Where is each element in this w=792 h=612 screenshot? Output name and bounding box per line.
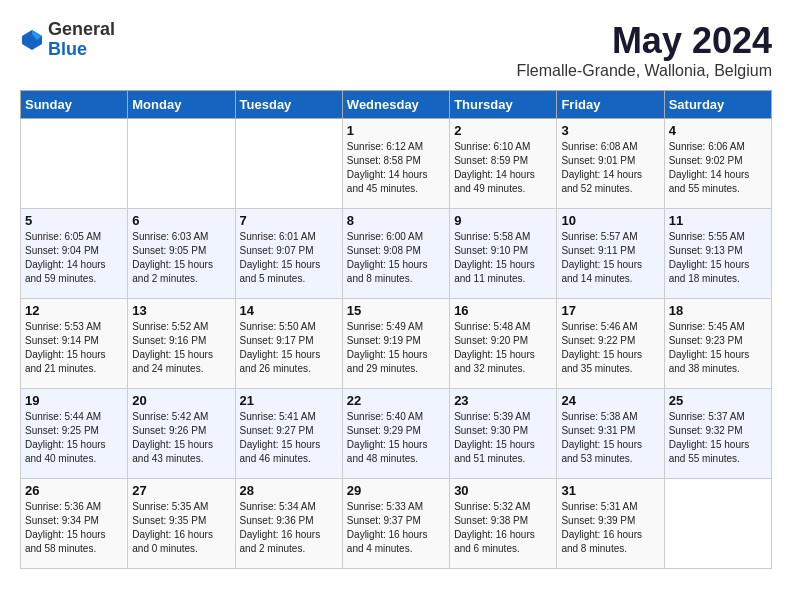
day-info: Sunrise: 6:08 AM Sunset: 9:01 PM Dayligh… (561, 140, 659, 196)
day-info: Sunrise: 5:52 AM Sunset: 9:16 PM Dayligh… (132, 320, 230, 376)
day-info: Sunrise: 5:53 AM Sunset: 9:14 PM Dayligh… (25, 320, 123, 376)
day-number: 29 (347, 483, 445, 498)
calendar-cell: 6Sunrise: 6:03 AM Sunset: 9:05 PM Daylig… (128, 209, 235, 299)
calendar-cell: 13Sunrise: 5:52 AM Sunset: 9:16 PM Dayli… (128, 299, 235, 389)
calendar-week-row: 12Sunrise: 5:53 AM Sunset: 9:14 PM Dayli… (21, 299, 772, 389)
day-info: Sunrise: 5:35 AM Sunset: 9:35 PM Dayligh… (132, 500, 230, 556)
day-info: Sunrise: 5:37 AM Sunset: 9:32 PM Dayligh… (669, 410, 767, 466)
calendar-cell: 16Sunrise: 5:48 AM Sunset: 9:20 PM Dayli… (450, 299, 557, 389)
month-year-title: May 2024 (516, 20, 772, 62)
calendar-cell (664, 479, 771, 569)
calendar-cell: 8Sunrise: 6:00 AM Sunset: 9:08 PM Daylig… (342, 209, 449, 299)
day-number: 8 (347, 213, 445, 228)
calendar-week-row: 19Sunrise: 5:44 AM Sunset: 9:25 PM Dayli… (21, 389, 772, 479)
calendar-cell: 31Sunrise: 5:31 AM Sunset: 9:39 PM Dayli… (557, 479, 664, 569)
day-info: Sunrise: 6:10 AM Sunset: 8:59 PM Dayligh… (454, 140, 552, 196)
logo-icon (20, 28, 44, 52)
day-info: Sunrise: 5:38 AM Sunset: 9:31 PM Dayligh… (561, 410, 659, 466)
day-info: Sunrise: 6:12 AM Sunset: 8:58 PM Dayligh… (347, 140, 445, 196)
day-number: 28 (240, 483, 338, 498)
day-number: 5 (25, 213, 123, 228)
weekday-header-friday: Friday (557, 91, 664, 119)
day-number: 24 (561, 393, 659, 408)
calendar-cell: 10Sunrise: 5:57 AM Sunset: 9:11 PM Dayli… (557, 209, 664, 299)
day-number: 17 (561, 303, 659, 318)
calendar-cell: 21Sunrise: 5:41 AM Sunset: 9:27 PM Dayli… (235, 389, 342, 479)
day-info: Sunrise: 5:33 AM Sunset: 9:37 PM Dayligh… (347, 500, 445, 556)
calendar-cell: 18Sunrise: 5:45 AM Sunset: 9:23 PM Dayli… (664, 299, 771, 389)
day-number: 11 (669, 213, 767, 228)
page-header: General Blue May 2024 Flemalle-Grande, W… (20, 20, 772, 80)
calendar-cell: 5Sunrise: 6:05 AM Sunset: 9:04 PM Daylig… (21, 209, 128, 299)
day-info: Sunrise: 5:57 AM Sunset: 9:11 PM Dayligh… (561, 230, 659, 286)
day-info: Sunrise: 5:45 AM Sunset: 9:23 PM Dayligh… (669, 320, 767, 376)
weekday-header-thursday: Thursday (450, 91, 557, 119)
calendar-week-row: 1Sunrise: 6:12 AM Sunset: 8:58 PM Daylig… (21, 119, 772, 209)
day-info: Sunrise: 5:46 AM Sunset: 9:22 PM Dayligh… (561, 320, 659, 376)
logo-general: General (48, 20, 115, 40)
day-number: 20 (132, 393, 230, 408)
day-info: Sunrise: 5:44 AM Sunset: 9:25 PM Dayligh… (25, 410, 123, 466)
calendar-cell: 23Sunrise: 5:39 AM Sunset: 9:30 PM Dayli… (450, 389, 557, 479)
calendar-cell: 27Sunrise: 5:35 AM Sunset: 9:35 PM Dayli… (128, 479, 235, 569)
day-number: 23 (454, 393, 552, 408)
location-subtitle: Flemalle-Grande, Wallonia, Belgium (516, 62, 772, 80)
calendar-cell: 17Sunrise: 5:46 AM Sunset: 9:22 PM Dayli… (557, 299, 664, 389)
day-number: 16 (454, 303, 552, 318)
calendar-cell: 30Sunrise: 5:32 AM Sunset: 9:38 PM Dayli… (450, 479, 557, 569)
day-number: 10 (561, 213, 659, 228)
day-number: 14 (240, 303, 338, 318)
calendar-cell (21, 119, 128, 209)
calendar-cell: 11Sunrise: 5:55 AM Sunset: 9:13 PM Dayli… (664, 209, 771, 299)
day-info: Sunrise: 6:05 AM Sunset: 9:04 PM Dayligh… (25, 230, 123, 286)
day-info: Sunrise: 6:01 AM Sunset: 9:07 PM Dayligh… (240, 230, 338, 286)
weekday-header-monday: Monday (128, 91, 235, 119)
day-number: 27 (132, 483, 230, 498)
day-info: Sunrise: 5:48 AM Sunset: 9:20 PM Dayligh… (454, 320, 552, 376)
calendar-cell (235, 119, 342, 209)
day-info: Sunrise: 5:55 AM Sunset: 9:13 PM Dayligh… (669, 230, 767, 286)
calendar-week-row: 5Sunrise: 6:05 AM Sunset: 9:04 PM Daylig… (21, 209, 772, 299)
day-info: Sunrise: 5:34 AM Sunset: 9:36 PM Dayligh… (240, 500, 338, 556)
calendar-week-row: 26Sunrise: 5:36 AM Sunset: 9:34 PM Dayli… (21, 479, 772, 569)
day-info: Sunrise: 5:58 AM Sunset: 9:10 PM Dayligh… (454, 230, 552, 286)
weekday-header-sunday: Sunday (21, 91, 128, 119)
day-number: 15 (347, 303, 445, 318)
day-number: 30 (454, 483, 552, 498)
calendar-cell: 12Sunrise: 5:53 AM Sunset: 9:14 PM Dayli… (21, 299, 128, 389)
day-info: Sunrise: 6:00 AM Sunset: 9:08 PM Dayligh… (347, 230, 445, 286)
day-number: 19 (25, 393, 123, 408)
calendar-cell: 26Sunrise: 5:36 AM Sunset: 9:34 PM Dayli… (21, 479, 128, 569)
day-info: Sunrise: 5:41 AM Sunset: 9:27 PM Dayligh… (240, 410, 338, 466)
calendar-cell: 7Sunrise: 6:01 AM Sunset: 9:07 PM Daylig… (235, 209, 342, 299)
day-number: 12 (25, 303, 123, 318)
day-info: Sunrise: 5:40 AM Sunset: 9:29 PM Dayligh… (347, 410, 445, 466)
day-info: Sunrise: 6:06 AM Sunset: 9:02 PM Dayligh… (669, 140, 767, 196)
calendar-cell: 20Sunrise: 5:42 AM Sunset: 9:26 PM Dayli… (128, 389, 235, 479)
calendar-table: SundayMondayTuesdayWednesdayThursdayFrid… (20, 90, 772, 569)
calendar-cell: 22Sunrise: 5:40 AM Sunset: 9:29 PM Dayli… (342, 389, 449, 479)
weekday-header-wednesday: Wednesday (342, 91, 449, 119)
calendar-cell: 25Sunrise: 5:37 AM Sunset: 9:32 PM Dayli… (664, 389, 771, 479)
logo: General Blue (20, 20, 115, 60)
day-number: 18 (669, 303, 767, 318)
calendar-cell (128, 119, 235, 209)
calendar-cell: 29Sunrise: 5:33 AM Sunset: 9:37 PM Dayli… (342, 479, 449, 569)
day-number: 7 (240, 213, 338, 228)
day-info: Sunrise: 5:50 AM Sunset: 9:17 PM Dayligh… (240, 320, 338, 376)
day-number: 22 (347, 393, 445, 408)
day-info: Sunrise: 5:31 AM Sunset: 9:39 PM Dayligh… (561, 500, 659, 556)
calendar-cell: 2Sunrise: 6:10 AM Sunset: 8:59 PM Daylig… (450, 119, 557, 209)
calendar-cell: 9Sunrise: 5:58 AM Sunset: 9:10 PM Daylig… (450, 209, 557, 299)
weekday-header-saturday: Saturday (664, 91, 771, 119)
logo-blue-text: Blue (48, 40, 115, 60)
day-info: Sunrise: 6:03 AM Sunset: 9:05 PM Dayligh… (132, 230, 230, 286)
logo-text: General Blue (48, 20, 115, 60)
calendar-cell: 14Sunrise: 5:50 AM Sunset: 9:17 PM Dayli… (235, 299, 342, 389)
weekday-header-tuesday: Tuesday (235, 91, 342, 119)
weekday-header-row: SundayMondayTuesdayWednesdayThursdayFrid… (21, 91, 772, 119)
day-number: 26 (25, 483, 123, 498)
day-number: 9 (454, 213, 552, 228)
day-info: Sunrise: 5:36 AM Sunset: 9:34 PM Dayligh… (25, 500, 123, 556)
day-number: 13 (132, 303, 230, 318)
